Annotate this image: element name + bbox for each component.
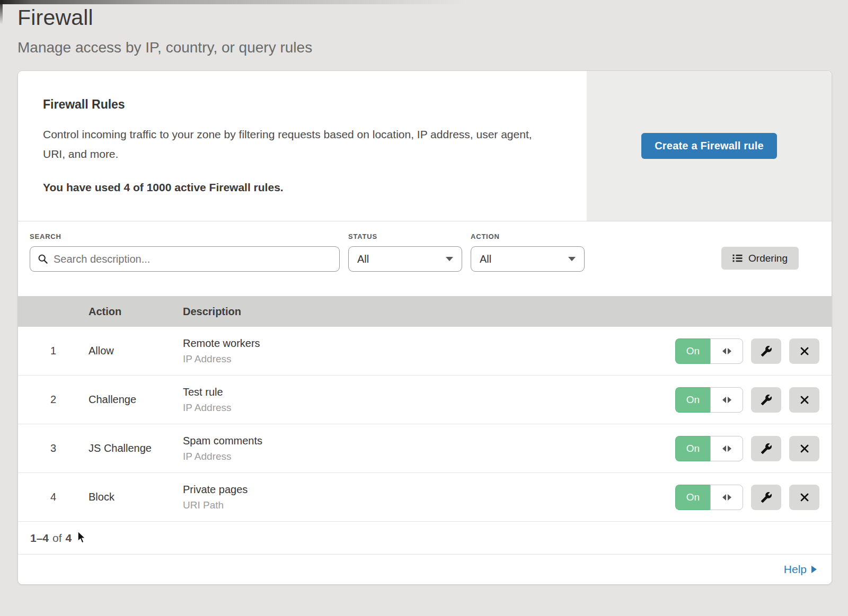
rule-description-cell: Spam comments IP Address [183,435,675,462]
action-dropdown[interactable]: All [471,246,585,272]
create-firewall-rule-button[interactable]: Create a Firewall rule [641,133,777,159]
rule-description: Spam comments [183,435,675,447]
firewall-rules-card: Firewall Rules Control incoming traffic … [17,70,832,585]
ordering-list-icon [732,254,743,262]
toggle-arrows-icon[interactable] [710,485,743,510]
rule-controls: On [675,485,832,510]
toggle-arrows-icon[interactable] [710,338,743,364]
search-box[interactable] [30,246,340,272]
capture-edge-artifact-left [0,0,3,24]
arrow-right-icon [728,348,731,354]
delete-rule-button[interactable] [789,436,819,461]
mouse-cursor [77,531,86,543]
delete-rule-button[interactable] [789,485,819,510]
toggle-on-segment[interactable]: On [675,387,710,413]
rule-description-cell: Private pages URI Path [183,484,675,511]
description-column-header: Description [183,306,832,318]
rule-toggle[interactable]: On [675,485,743,510]
search-input[interactable] [54,253,332,265]
page-header: Firewall Manage access by IP, country, o… [0,0,848,56]
rule-toggle[interactable]: On [675,436,743,461]
edit-rule-button[interactable] [751,436,781,461]
table-header-row: Action Description [18,296,832,327]
help-link[interactable]: Help [784,563,817,576]
toggle-on-segment[interactable]: On [675,485,710,510]
close-icon [799,443,810,454]
rules-intro: Firewall Rules Control incoming traffic … [18,71,587,221]
help-link-label: Help [784,563,807,576]
toggle-on-segment[interactable]: On [675,436,710,461]
toggle-arrows-icon[interactable] [710,436,743,461]
status-dropdown[interactable]: All [348,246,462,272]
arrow-left-icon [722,397,726,403]
arrow-left-icon [722,494,726,501]
rule-action: JS Challenge [89,442,183,454]
search-filter-group: SEARCH [30,233,340,272]
wrench-icon [761,443,772,454]
card-top-section: Firewall Rules Control incoming traffic … [18,71,832,221]
filters-bar: SEARCH STATUS All ACTION All [18,221,832,296]
rule-controls: On [675,436,832,461]
status-filter-group: STATUS All [348,233,462,272]
rules-heading: Firewall Rules [43,97,566,112]
rule-description: Remote workers [183,337,675,350]
wrench-icon [761,394,772,406]
rule-description-cell: Test rule IP Address [183,386,675,414]
close-icon [799,395,810,405]
wrench-icon [761,492,772,503]
rule-toggle[interactable]: On [675,338,743,364]
arrow-left-icon [722,348,726,354]
toggle-on-segment[interactable]: On [675,338,710,364]
delete-rule-button[interactable] [789,338,819,364]
rule-priority: 4 [18,491,89,503]
action-filter-group: ACTION All [471,233,585,272]
page-title: Firewall [17,5,848,30]
rule-action: Block [89,491,183,503]
delete-rule-button[interactable] [789,387,819,413]
close-icon [799,346,810,356]
action-dropdown-value: All [480,253,491,265]
rule-description: Test rule [183,386,675,398]
table-row: 2 Challenge Test rule IP Address On [18,376,832,424]
rule-priority: 3 [18,442,89,454]
arrow-right-icon [728,494,731,501]
pagination-total: 4 [66,532,72,544]
rule-controls: On [675,338,832,364]
edit-rule-button[interactable] [751,485,781,510]
toggle-arrows-icon[interactable] [710,387,743,413]
rules-table: Action Description 1 Allow Remote worker… [18,296,832,522]
rule-toggle[interactable]: On [675,387,743,413]
rule-match-type: URI Path [183,499,675,511]
caret-down-icon [446,257,453,261]
close-icon [799,492,810,503]
create-rule-panel: Create a Firewall rule [587,71,832,221]
card-footer: Help [18,555,832,584]
caret-down-icon [568,257,576,261]
rule-description: Private pages [183,484,675,496]
status-dropdown-value: All [357,253,369,265]
ordering-button-label: Ordering [748,253,788,264]
rule-match-type: IP Address [183,353,675,365]
rule-priority: 2 [18,394,89,406]
edit-rule-button[interactable] [751,387,781,413]
edit-rule-button[interactable] [751,338,781,364]
rule-action: Challenge [89,394,183,406]
arrow-left-icon [722,445,726,452]
rule-priority: 1 [18,345,89,357]
wrench-icon [761,345,772,357]
search-icon [38,254,48,264]
pagination-bar: 1–4 of 4 [18,522,832,555]
pagination-of: of [52,532,62,544]
help-arrow-icon [811,566,817,573]
rule-match-type: IP Address [183,402,675,414]
arrow-right-icon [728,397,731,403]
capture-edge-artifact-top [0,0,481,4]
action-label: ACTION [471,233,585,240]
rule-match-type: IP Address [183,451,675,462]
ordering-button[interactable]: Ordering [721,247,799,270]
status-label: STATUS [348,233,462,240]
rules-description: Control incoming traffic to your zone by… [43,124,546,164]
rule-action: Allow [89,345,183,357]
page-subtitle: Manage access by IP, country, or query r… [17,39,848,56]
table-row: 3 JS Challenge Spam comments IP Address … [18,424,832,473]
